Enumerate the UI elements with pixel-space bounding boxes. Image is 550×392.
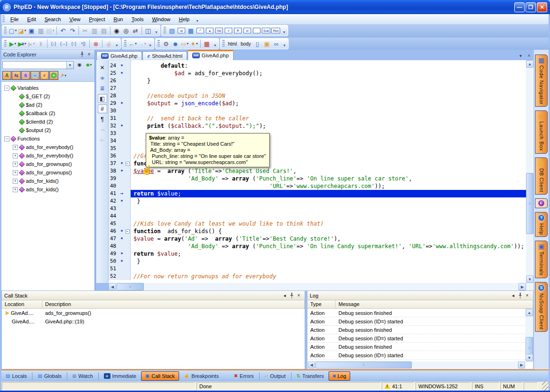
tree-item-$ad2[interactable]: $ad (2) — [3, 101, 94, 109]
fold-collapse-icon[interactable]: − — [125, 227, 131, 235]
tab-launch-box[interactable]: ▤Launch Box — [535, 110, 548, 153]
fold-collapse-icon[interactable]: − — [125, 160, 131, 167]
panel-tab-transfers[interactable]: ⇅Transfers — [293, 372, 328, 380]
editor-tab-givead-php-0[interactable]: PHPGiveAd.php — [96, 51, 142, 60]
menu-tools[interactable]: Tools — [127, 15, 148, 24]
menu-help[interactable]: Help — [175, 15, 194, 24]
close-icon[interactable]: × — [86, 51, 93, 58]
form-listbox-button[interactable]: ≡ — [224, 26, 233, 35]
menu-project[interactable]: Project — [85, 15, 109, 24]
resize-grip[interactable] — [542, 382, 549, 391]
editor-horizontal-scrollbar[interactable]: ◀ ▶ — [109, 283, 526, 290]
stop-button[interactable]: ⊗ — [91, 39, 101, 48]
column-header-location[interactable]: Location — [2, 300, 42, 308]
show-paragraph-marks-button[interactable]: ¶ — [98, 115, 107, 124]
explorer-find-button[interactable]: ◉ — [75, 60, 84, 70]
tab-terminals[interactable]: ▣Terminals — [535, 241, 548, 278]
run-in-debugger-button[interactable]: ▶D▾ — [17, 39, 27, 48]
tree-item-$clientid2[interactable]: $clientId (2) — [3, 118, 94, 126]
column-header-type[interactable]: Type — [307, 300, 336, 308]
column-header-message[interactable]: Message — [336, 300, 533, 308]
log-row[interactable]: ActionDebug session finished — [307, 326, 526, 334]
column-header-description[interactable]: Description — [42, 300, 305, 308]
tab-help[interactable]: ?Help — [535, 212, 548, 237]
menu-run[interactable]: Run — [110, 15, 127, 24]
copy-button[interactable]: ▥ — [90, 26, 99, 35]
form-reset-button[interactable]: Res — [271, 26, 280, 35]
scroll-left-icon[interactable]: ◀ — [109, 283, 116, 290]
close-icon[interactable]: × — [295, 292, 302, 299]
tree-item-ads_for_kids[interactable]: +ads_for_kids() — [3, 185, 94, 194]
run-to-cursor-button[interactable]: *{} — [79, 39, 88, 48]
form-radio-button[interactable]: ● — [205, 26, 214, 35]
chevron-down-icon[interactable]: ▾ — [517, 52, 524, 59]
tree-item-$callback2[interactable]: $callback (2) — [3, 109, 94, 118]
scroll-thumb[interactable] — [117, 283, 144, 290]
menu-view[interactable]: View — [65, 15, 85, 24]
body-tag-button[interactable]: body — [239, 39, 253, 48]
maximize-button[interactable]: ❐ — [526, 2, 536, 12]
cut-button[interactable]: ✂ — [80, 26, 90, 35]
scroll-thumb[interactable] — [526, 173, 534, 234]
log-row[interactable]: ActionDebug session finished — [307, 343, 526, 351]
log-vertical-scrollbar[interactable]: ▲ ▼ — [526, 309, 533, 361]
insert-image-button[interactable]: ▣ — [262, 39, 272, 48]
tree-item-ads_for_kids[interactable]: +ads_for_kids() — [3, 177, 94, 185]
panel-tab-call-stack[interactable]: ▣Call Stack — [141, 371, 179, 381]
word-wrap-button[interactable]: ≣ — [98, 84, 107, 93]
toolbar-overflow-icon[interactable]: ▾ — [154, 27, 159, 34]
step-over-button[interactable]: {→} — [58, 39, 69, 48]
run-button[interactable]: ▶▾ — [8, 39, 17, 48]
replace-button[interactable]: ⇄ — [131, 26, 140, 35]
sort-alphabetically-button[interactable]: A — [2, 71, 11, 80]
tree-item-ads_for_everybody[interactable]: +ads_for_everybody() — [3, 143, 94, 151]
scroll-down-icon[interactable]: ▼ — [526, 354, 533, 361]
split-editor-button[interactable]: ≑ — [98, 73, 107, 82]
paste-button[interactable]: ▤ — [99, 26, 109, 35]
log-row[interactable]: ActionDebug session (ID=) started — [307, 334, 526, 343]
toolbar-overflow-icon[interactable]: ▾ — [148, 40, 153, 47]
toggle-bookmark-bar-button[interactable]: ◧ — [98, 94, 107, 103]
find-button[interactable]: ◉ — [112, 26, 121, 35]
menu-search[interactable]: Search — [40, 15, 65, 24]
tree-item-$_get2[interactable]: $_GET (2) — [3, 92, 94, 101]
color-palette-button[interactable]: ▦ — [202, 39, 212, 48]
settings-button[interactable]: ⚙ — [161, 39, 171, 48]
undo-button[interactable]: ↶ — [58, 26, 68, 35]
html-tag-button[interactable]: html — [226, 39, 239, 48]
scroll-down-icon[interactable]: ▼ — [526, 275, 534, 283]
close-button[interactable]: ✕ — [537, 2, 547, 12]
open-file-button[interactable]: ◪▾ — [17, 26, 27, 35]
step-out-button[interactable]: {↑} — [69, 39, 79, 48]
explorer-addons-button[interactable]: ◆▾ — [84, 60, 94, 70]
toolbar-overflow-icon[interactable]: ▾ — [212, 40, 218, 47]
collapse-icon[interactable]: − — [4, 136, 9, 141]
tree-item-functions[interactable]: −Functions — [3, 134, 94, 143]
scroll-up-icon[interactable]: ▲ — [526, 309, 533, 316]
redo-button[interactable]: ↷ — [68, 26, 77, 35]
menu-overflow-icon[interactable]: ▾ — [195, 16, 200, 23]
menu-window[interactable]: Window — [148, 15, 174, 24]
panel-tab-output[interactable]: ▱Output — [261, 372, 290, 380]
close-icon[interactable]: × — [524, 292, 531, 299]
accounts-button[interactable]: ☻ — [171, 39, 180, 48]
log-row[interactable]: ActionDebug session finished — [307, 309, 526, 317]
form-submit-button[interactable]: Sub — [261, 26, 271, 35]
pin-icon[interactable]: ╀ — [517, 292, 524, 299]
call-stack-row[interactable]: GiveAd....GiveAd.php::(19) — [2, 317, 305, 326]
form-checkbox-button[interactable]: ✓ — [196, 26, 205, 35]
preview-mobile-button[interactable]: ▯ — [253, 39, 262, 48]
editor-tab-showad-html-1[interactable]: eShowAd.html — [142, 51, 187, 60]
tab-code-navigator[interactable]: ▦Code Navigator — [535, 55, 548, 107]
copy-multiple-button[interactable]: ▥ — [36, 26, 46, 35]
tab-db-client[interactable]: ▥DB Client — [535, 157, 548, 195]
arrow-left-icon[interactable]: ◂ — [281, 292, 288, 299]
form-document-button[interactable]: ▤ — [167, 26, 177, 35]
code-area[interactable]: 24• default:25• $ad = ads_for_everybody(… — [109, 60, 526, 283]
tree-item-ads_for_grownups[interactable]: +ads_for_grownups() — [3, 168, 94, 177]
arrow-left-icon[interactable]: ◂ — [510, 292, 517, 299]
form-grid-button[interactable]: ▦ — [186, 26, 196, 35]
expand-icon[interactable]: + — [13, 179, 18, 184]
insert-link-button[interactable]: ∞ — [272, 39, 281, 48]
panel-tab-log[interactable]: ◙Log — [329, 371, 350, 381]
